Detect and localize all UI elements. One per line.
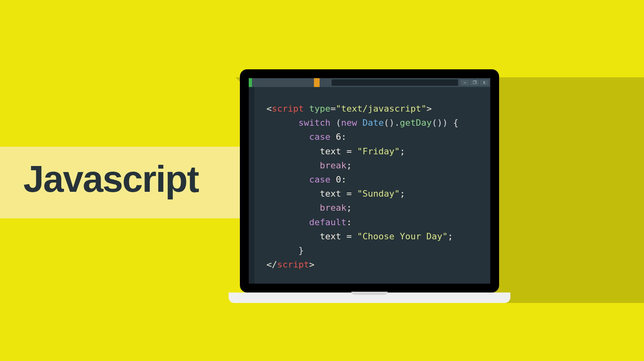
- tab-indicator-green: [249, 78, 252, 87]
- tok: 0: [336, 174, 341, 185]
- tok: break: [320, 203, 346, 213]
- tok: text: [320, 146, 346, 156]
- tok: ;: [400, 189, 405, 199]
- window-controls: – ❐ x: [460, 78, 490, 87]
- tok: =: [347, 231, 357, 241]
- tok: ()) {: [432, 118, 458, 128]
- editor-gutter: [249, 87, 254, 284]
- tok: :: [341, 132, 346, 142]
- tok: case: [309, 174, 336, 185]
- page-title: Javascript: [23, 158, 198, 200]
- illustration-stage: Javascript – ❐ x <script type="text/java: [0, 0, 644, 361]
- tok: :: [341, 174, 346, 185]
- tok: Date: [362, 118, 384, 128]
- tok: (: [336, 118, 341, 128]
- tok: ().: [384, 118, 400, 128]
- tok: ;: [347, 160, 352, 170]
- tok: </: [266, 259, 277, 270]
- tok: type: [304, 104, 330, 114]
- tok: =: [347, 146, 357, 156]
- tok: >: [309, 259, 314, 270]
- tok: case: [309, 132, 336, 142]
- tok: "Choose Your Day": [357, 231, 448, 241]
- editor-tabbar: – ❐ x: [249, 78, 490, 87]
- tok: break: [320, 160, 346, 170]
- tok: =: [347, 189, 357, 199]
- tok: <: [266, 104, 272, 114]
- tok: ;: [400, 146, 405, 156]
- editor-screen: – ❐ x <script type="text/javascript"> sw…: [249, 78, 490, 284]
- tok: switch: [298, 118, 336, 128]
- tab-indicator-orange: [314, 78, 320, 87]
- tok: ;: [448, 231, 453, 241]
- laptop-notch: [351, 292, 388, 295]
- tok: 6: [336, 132, 341, 142]
- tok: }: [298, 245, 303, 255]
- maximize-button[interactable]: ❐: [470, 80, 479, 85]
- tok: "text/javascript": [336, 104, 426, 114]
- close-button[interactable]: x: [480, 80, 489, 85]
- tok: =: [330, 104, 336, 114]
- editor-body: <script type="text/javascript"> switch (…: [249, 87, 490, 284]
- screen-bezel: – ❐ x <script type="text/javascript"> sw…: [240, 69, 499, 293]
- tok: text: [320, 231, 346, 241]
- tok: getDay: [400, 118, 431, 128]
- minimize-button[interactable]: –: [460, 80, 469, 85]
- tok: "Sunday": [357, 189, 400, 199]
- tok: default: [309, 217, 347, 227]
- tok: text: [320, 189, 346, 199]
- tok: new: [341, 118, 362, 128]
- tok: script: [277, 259, 309, 270]
- code-area: <script type="text/javascript"> switch (…: [254, 87, 490, 284]
- tok: script: [272, 104, 303, 114]
- address-bar: [332, 79, 458, 86]
- tok: "Friday": [357, 146, 400, 156]
- tok: ;: [347, 203, 352, 213]
- tok: :: [347, 217, 352, 227]
- laptop-illustration: – ❐ x <script type="text/javascript"> sw…: [229, 69, 510, 303]
- tok: >: [426, 104, 431, 114]
